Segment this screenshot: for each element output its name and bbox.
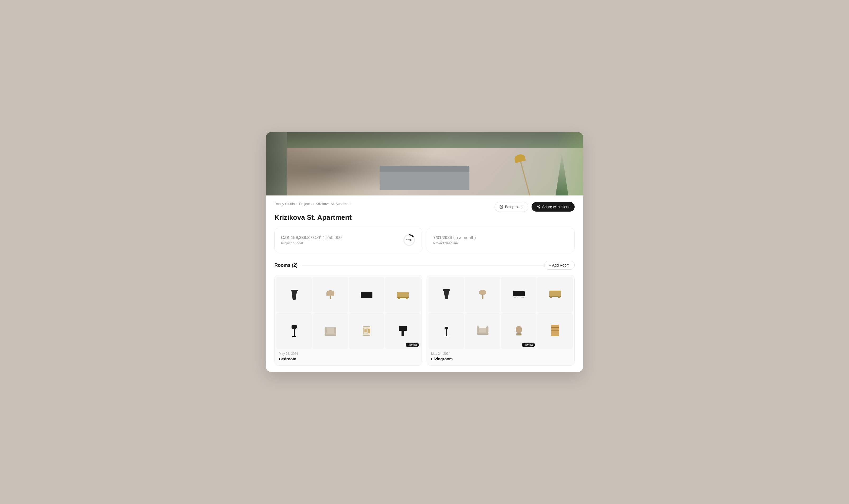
media-unit-icon: [397, 292, 409, 298]
room-card-livingroom[interactable]: Review May 24, 2024 Livingroom: [427, 275, 574, 365]
svg-point-2: [539, 208, 540, 209]
bedroom-info: May 28, 2024 Bedroom: [275, 349, 422, 365]
sofa-beige-icon-2: [477, 326, 489, 336]
svg-rect-48: [516, 334, 521, 336]
add-room-button[interactable]: + Add Room: [544, 261, 574, 270]
stool-icon-2: [442, 289, 451, 300]
livingroom-item-8: [537, 313, 573, 349]
svg-point-9: [327, 290, 334, 295]
budget-label: Project budget: [281, 241, 341, 245]
livingroom-items-grid: Review: [427, 275, 574, 349]
svg-rect-24: [324, 334, 336, 336]
livingroom-item-2: [465, 277, 500, 312]
deadline-info: 7/31/2024 (in a month) Project deadline: [433, 235, 476, 245]
side-table-icon: [399, 326, 407, 336]
review-badge-2: Review: [522, 343, 535, 347]
svg-rect-7: [291, 290, 298, 291]
livingroom-item-5: [428, 313, 464, 349]
livingroom-item-6: [465, 313, 500, 349]
svg-rect-16: [398, 298, 400, 299]
stool-icon: [290, 290, 299, 300]
svg-rect-11: [361, 292, 372, 297]
media-unit-icon-2: [549, 291, 561, 299]
hero-window-left: [266, 132, 287, 196]
svg-rect-46: [477, 332, 489, 335]
bedroom-item-6: [313, 313, 348, 349]
breadcrumb: Densy Studio › Projects › Krizikova St. …: [275, 202, 351, 206]
rooms-header: Rooms (2) + Add Room: [275, 261, 574, 270]
progress-text: 13%: [406, 238, 412, 242]
breadcrumb-densy-studio[interactable]: Densy Studio: [275, 202, 295, 206]
hero-image: [266, 132, 583, 196]
livingroom-date: May 24, 2024: [431, 352, 570, 356]
livingroom-info: May 24, 2024 Livingroom: [427, 349, 574, 365]
bedroom-item-5: [276, 313, 312, 349]
svg-rect-35: [521, 297, 524, 298]
svg-rect-45: [487, 326, 489, 332]
breadcrumb-separator-1: ›: [296, 202, 297, 206]
livingroom-item-3: [501, 277, 536, 312]
deadline-label: Project deadline: [433, 241, 476, 245]
svg-rect-50: [551, 327, 559, 328]
svg-rect-51: [551, 330, 559, 331]
breadcrumb-current: Krizikova St. Apartment: [316, 202, 351, 206]
floor-lamp-icon-2: [444, 325, 449, 337]
page-header: Krizikova St. Apartment: [275, 213, 574, 222]
wall-lamp-icon: [326, 290, 334, 299]
breadcrumb-projects[interactable]: Projects: [299, 202, 312, 206]
livingroom-item-4: [537, 277, 573, 312]
livingroom-name: Livingroom: [431, 357, 570, 361]
svg-rect-18: [292, 327, 296, 329]
bedroom-date: May 28, 2024: [279, 352, 418, 356]
hero-window-top: [287, 132, 583, 148]
bookcase-icon: [551, 325, 559, 337]
svg-rect-32: [482, 294, 483, 299]
deadline-value: 7/31/2024 (in a month): [433, 235, 476, 240]
svg-rect-17: [406, 298, 408, 299]
bedroom-item-3: [349, 277, 384, 312]
livingroom-item-1: [428, 277, 464, 312]
svg-point-47: [516, 326, 522, 334]
svg-rect-19: [294, 329, 295, 337]
edit-icon: [499, 205, 503, 209]
breadcrumb-separator-2: ›: [313, 202, 314, 206]
svg-rect-15: [397, 297, 409, 298]
budget-card: CZK 159,338.8 / CZK 1,250,000 Project bu…: [275, 228, 422, 252]
bedroom-item-7: [349, 313, 384, 349]
share-icon: [537, 205, 541, 209]
sculpture-icon: [515, 325, 523, 337]
svg-rect-12: [362, 298, 364, 298]
sofa-beige-icon: [324, 327, 336, 335]
bedroom-item-4: [385, 277, 421, 312]
svg-point-31: [479, 290, 487, 295]
svg-rect-28: [402, 331, 404, 336]
svg-rect-29: [443, 289, 450, 291]
deadline-card: 7/31/2024 (in a month) Project deadline: [427, 228, 574, 252]
hero-lamp-decoration: [518, 155, 530, 196]
svg-line-3: [538, 207, 539, 208]
edit-project-button[interactable]: Edit project: [495, 202, 528, 212]
svg-rect-34: [514, 297, 516, 298]
svg-rect-38: [550, 297, 552, 298]
bedroom-items-grid: Review: [275, 275, 422, 349]
svg-marker-8: [291, 291, 297, 300]
main-window: Densy Studio › Projects › Krizikova St. …: [266, 132, 583, 372]
svg-rect-20: [292, 336, 296, 337]
floor-lamp-icon: [291, 325, 297, 337]
bedroom-item-2: [313, 277, 348, 312]
tv-unit-icon-2: [513, 291, 525, 299]
svg-rect-42: [444, 336, 448, 336]
livingroom-item-7: Review: [501, 313, 536, 349]
svg-rect-23: [334, 327, 336, 334]
svg-point-0: [539, 205, 540, 206]
svg-point-1: [537, 206, 538, 208]
svg-rect-33: [513, 291, 525, 296]
wall-lamp-icon-2: [479, 290, 487, 300]
rooms-title: Rooms (2): [275, 263, 298, 268]
hero-window-right: [557, 132, 583, 196]
svg-rect-39: [558, 297, 560, 298]
svg-rect-36: [549, 291, 561, 296]
svg-line-4: [538, 206, 539, 206]
room-card-bedroom[interactable]: Review May 28, 2024 Bedroom: [275, 275, 422, 365]
share-with-client-button[interactable]: Share with client: [532, 202, 574, 212]
